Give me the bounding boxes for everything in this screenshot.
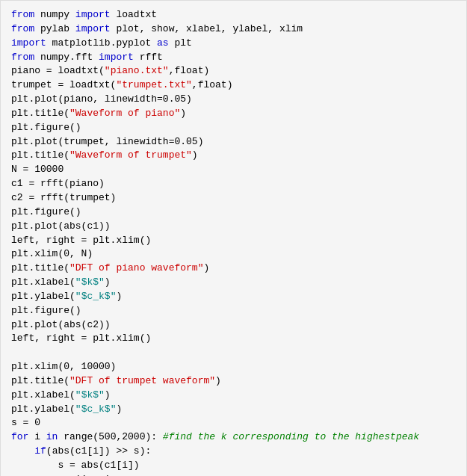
code-line: from pylab import plot, show, xlabel, yl… (11, 22, 456, 37)
code-line: c1 = rfft(piano) (11, 177, 456, 191)
code-line: plt.figure() (11, 205, 456, 220)
code-line: plt.xlim(0, N) (11, 247, 456, 262)
code-line: if(abs(c1[i]) >> s): (11, 445, 456, 459)
code-line: from numpy import loadtxt (11, 8, 456, 22)
code-line: for i in range(500,2000): #find the k co… (11, 430, 456, 445)
code-line: left, right = plt.xlim() (11, 332, 456, 346)
code-line: plt.plot(abs(c1)) (11, 220, 456, 234)
code-line: piano = loadtxt("piano.txt",float) (11, 64, 456, 78)
code-line: s = abs(c1[i]) (11, 459, 456, 473)
code-line: plt.figure() (11, 121, 456, 135)
code-line: from numpy.fft import rfft (11, 51, 456, 65)
code-line: plt.plot(piano, linewidth=0.05) (11, 93, 456, 107)
code-line: plt.xlim(0, 10000) (11, 360, 456, 374)
code-editor: from numpy import loadtxtfrom pylab impo… (0, 0, 467, 476)
code-line: plt.title("DFT of trumpet waveform") (11, 374, 456, 389)
code-line: plt.xlabel("$k$") (11, 389, 456, 403)
code-line: plt.xlabel("$k$") (11, 276, 456, 290)
code-line: plt.title("DFT of piano waveform") (11, 262, 456, 276)
code-line: trumpet = loadtxt("trumpet.txt",float) (11, 78, 456, 93)
code-line: plt.ylabel("$c_k$") (11, 290, 456, 304)
code-line: plt.plot(abs(c2)) (11, 318, 456, 333)
code-line: plt.title("Waveform of trumpet") (11, 149, 456, 163)
code-line: N = 10000 (11, 163, 456, 177)
code-line: plt.title("Waveform of piano") (11, 107, 456, 121)
code-line: left, right = plt.xlim() (11, 234, 456, 248)
code-line: import matplotlib.pyplot as plt (11, 37, 456, 51)
code-line: c2 = rfft(trumpet) (11, 191, 456, 205)
code-line (11, 346, 456, 360)
code-line: plt.plot(trumpet, linewidth=0.05) (11, 135, 456, 149)
code-line: plt.figure() (11, 304, 456, 318)
code-line: plt.ylabel("$c_k$") (11, 403, 456, 417)
code-line: maxi1 = i (11, 473, 456, 476)
code-line: s = 0 (11, 416, 456, 430)
